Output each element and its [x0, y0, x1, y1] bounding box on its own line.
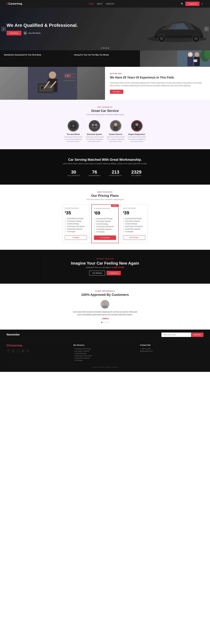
footer-services-col: Our Services Conventional Oil Change Fue… — [73, 344, 137, 362]
service-item-engine: Engine Diagnostics Lorem ipsum dolor sit… — [127, 120, 146, 143]
footer-link-1[interactable]: Conventional Oil Change — [73, 348, 137, 350]
feature-1: Conventional Oil Change — [65, 217, 87, 220]
hero-dot-2[interactable] — [103, 48, 105, 49]
service-item-system: System Service Lorem ipsum dolor sit ame… — [106, 120, 125, 143]
social-facebook[interactable]: f — [6, 349, 10, 352]
hero-car-image — [95, 8, 210, 50]
info-image — [140, 50, 210, 67]
service-desc-electrical: Lorem ipsum dolor sit amed do consectetu… — [85, 136, 104, 143]
info-title-1: Satisfaction Guaranteed Or Your Dent Bac… — [4, 54, 66, 56]
theme-toggle[interactable]: ☾ — [202, 3, 204, 5]
svg-rect-43 — [114, 127, 117, 129]
info-bar: Satisfaction Guaranteed Or Your Dent Bac… — [0, 50, 210, 67]
info-item-1: Satisfaction Guaranteed Or Your Dent Bac… — [0, 50, 70, 67]
footer-brand: CCarserving f in t g+ b — [6, 344, 70, 362]
footer-contact-col: Contact Info +1 800-721-999 info@example… — [140, 344, 204, 362]
contact-button[interactable]: Contact Us — [185, 2, 200, 6]
social-twitter[interactable]: t — [16, 349, 20, 352]
pricing-card-silver: Silver Package $35 Conventional Oil Chan… — [62, 204, 90, 243]
pkg-btn-platinum[interactable]: Go Standard — [94, 236, 116, 240]
svg-point-6 — [188, 52, 193, 57]
about-read-more-button[interactable]: Read More — [110, 90, 123, 94]
pkg-currency-silver: $ — [65, 211, 66, 213]
services-tag: Why Choose Us — [3, 106, 207, 108]
test-dot-1[interactable] — [101, 322, 102, 323]
svg-rect-22 — [64, 74, 76, 75]
svg-point-14 — [49, 72, 56, 79]
stats-sub: Lorem Ipsum facere asperum ipsum qupis c… — [3, 163, 207, 164]
nav-link-about[interactable]: About — [97, 3, 103, 5]
testimonials-section: Client Testimonials 100% Approved By Cus… — [0, 284, 210, 330]
service-circle-electrical — [89, 120, 100, 132]
svg-rect-7 — [187, 57, 193, 66]
hero-dot-4[interactable] — [108, 48, 109, 49]
hero-next-arrow[interactable]: › — [204, 27, 209, 31]
cta-services-button[interactable]: Our Services — [89, 271, 105, 276]
pkg-name-gold: Gold Package — [123, 208, 145, 209]
svg-point-4 — [194, 36, 198, 40]
newsletter-subscribe-button[interactable]: Subscribe — [191, 332, 204, 337]
feature-p3: Coolant Exchange — [94, 222, 116, 225]
feature-6: Tire Rotation — [65, 230, 87, 233]
hero-content: We Are Qualified & Professional. Read Mo… — [0, 22, 84, 36]
pkg-price-platinum: $69 — [94, 210, 116, 216]
svg-rect-23 — [64, 77, 76, 78]
info-title-2: Caring For Your Car The Way You Would. — [74, 54, 136, 56]
stat-label-2: Transparency — [85, 175, 104, 176]
pkg-btn-silver[interactable]: Go Basic — [65, 235, 87, 240]
stat-item-3: 213 Done projects — [106, 170, 125, 176]
footer-bottom: © 2024 Carserving. All Rights Reserved. — [6, 364, 204, 368]
testimonial-dots — [3, 322, 207, 323]
footer-link-6[interactable]: Tire Rotation — [73, 359, 137, 362]
service-name-electrical: Electrical System — [85, 133, 104, 135]
footer-link-4[interactable]: Transmission Fluid Service — [73, 354, 137, 357]
newsletter-input[interactable] — [161, 332, 191, 337]
feature-2: Fuel System Cleaning — [65, 220, 87, 222]
testimonials-tag: Client Testimonials — [3, 290, 207, 292]
social-googleplus[interactable]: g+ — [21, 349, 25, 352]
cta-contact-button[interactable]: Contact Us — [107, 271, 120, 275]
test-dot-2[interactable] — [103, 322, 105, 323]
test-dot-4[interactable] — [108, 322, 109, 323]
feature-g3: Coolant Exchange — [123, 222, 145, 225]
stat-num-2: 76 — [85, 170, 104, 175]
footer-link-5[interactable]: Visual Brake Inspection — [73, 357, 137, 359]
pkg-btn-gold[interactable]: Go Premium — [123, 235, 145, 240]
footer-link-2[interactable]: Fuel System Cleaning — [73, 350, 137, 352]
footer-email: info@example.com — [140, 350, 204, 352]
about-title: We Have 25 Years Of Experience In This F… — [110, 76, 205, 80]
testimonials-title: 100% Approved By Customers — [3, 293, 207, 297]
nav-link-services[interactable]: Services — [106, 3, 114, 5]
play-icon: ▶ — [23, 31, 27, 35]
stat-label-4: Got awards — [127, 175, 146, 176]
search-button[interactable]: 🔍 — [181, 3, 183, 5]
service-desc-engine: Lorem ipsum dolor sit amed do consectetu… — [127, 136, 146, 143]
testimonial-author: - JAMESX — [3, 318, 207, 320]
stat-item-2: 76 Transparency — [85, 170, 104, 176]
social-linkedin[interactable]: in — [11, 349, 15, 352]
nav-link-home[interactable]: Home — [89, 3, 94, 5]
hero-dot-3[interactable] — [105, 48, 107, 49]
testimonial-avatar — [101, 300, 109, 308]
cta-buttons: Our Services Contact Us — [3, 271, 207, 276]
nav-links: Home About Services — [89, 3, 114, 5]
services-title: Great Car Service — [3, 109, 207, 113]
service-circle-system — [110, 120, 121, 132]
stat-num-1: 30 — [64, 170, 83, 175]
stat-label-3: Done projects — [106, 175, 125, 176]
pkg-badge-platinum: Popular — [111, 204, 119, 207]
social-blog[interactable]: b — [26, 349, 30, 352]
about-text: Lorem ipsum dolor sit amet, consectetur … — [110, 82, 205, 87]
feature-4: Transmission Fluid Service — [65, 225, 87, 228]
cta-title: Imagine Your Car Feeling New Again — [3, 261, 207, 266]
feature-g6: Tire Rotation — [123, 230, 145, 233]
how-it-works-button[interactable]: ▶ How We Works — [23, 31, 40, 35]
footer-link-3[interactable]: Coolant Exchange — [73, 352, 137, 354]
about-tag: Who We Are — [110, 73, 205, 74]
test-dot-3[interactable] — [105, 322, 107, 323]
service-circle-engine — [131, 120, 143, 132]
read-more-button[interactable]: Read More — [6, 31, 21, 36]
feature-p4: Transmission Fluid Service — [94, 225, 116, 228]
footer-grid: CCarserving f in t g+ b Our Services Con… — [6, 344, 204, 362]
hero-dot-1[interactable] — [101, 48, 102, 49]
